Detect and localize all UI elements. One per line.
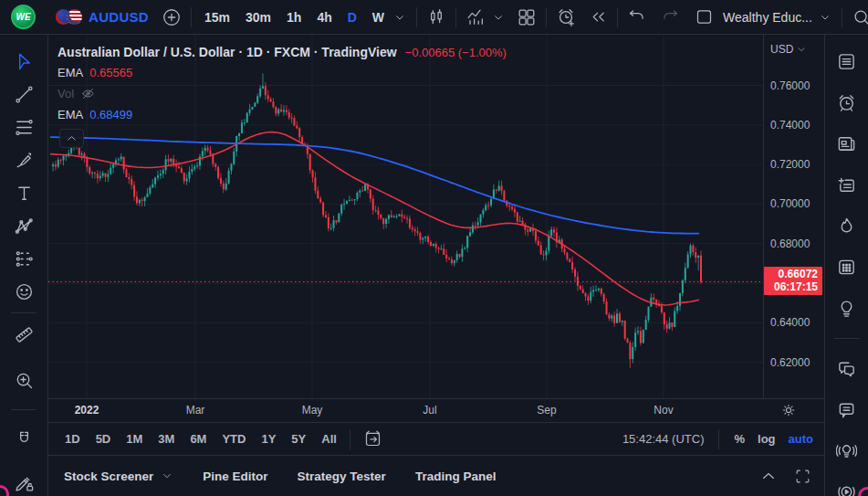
stream-play-icon xyxy=(836,481,857,496)
magnet-mode-button[interactable] xyxy=(7,422,40,455)
utc-clock[interactable]: 15:42:44 (UTC) xyxy=(622,432,705,446)
live-streams-button[interactable] xyxy=(827,471,867,496)
interval-menu-button[interactable] xyxy=(392,10,407,25)
range-all[interactable]: All xyxy=(321,432,337,446)
layout-name[interactable]: Wealthy Educ... xyxy=(723,10,812,25)
range-6m[interactable]: 6M xyxy=(190,432,206,446)
percent-scale-button[interactable]: % xyxy=(734,432,745,446)
create-alert-button[interactable] xyxy=(556,7,576,27)
emoji-tool-button[interactable] xyxy=(7,275,40,308)
fullscreen-button[interactable] xyxy=(794,468,811,485)
calendar-button[interactable] xyxy=(827,247,867,288)
calendar-goto-icon xyxy=(363,429,382,449)
range-3m[interactable]: 3M xyxy=(158,432,174,446)
calendar-dots-icon xyxy=(836,257,857,278)
range-ytd[interactable]: YTD xyxy=(222,432,246,446)
range-1y[interactable]: 1Y xyxy=(261,432,276,446)
interval-4h[interactable]: 4h xyxy=(317,10,331,25)
tab-label: Strategy Tester xyxy=(298,470,386,483)
brand-logo[interactable]: WE xyxy=(11,5,36,29)
interval-w[interactable]: W xyxy=(372,10,384,25)
layout-templates-button[interactable] xyxy=(517,7,537,27)
chevron-down-icon xyxy=(818,10,832,25)
range-5y[interactable]: 5Y xyxy=(291,432,306,446)
zoom-in-icon xyxy=(14,370,35,391)
brush-tool-button[interactable] xyxy=(7,143,40,176)
chart-pane[interactable]: Australian Dollar / U.S. Dollar · 1D · F… xyxy=(48,35,763,398)
ideas-button[interactable] xyxy=(827,288,867,329)
redo-button[interactable] xyxy=(661,7,680,26)
auto-scale-button[interactable]: auto xyxy=(789,432,813,446)
time-axis[interactable]: 2022MarMayJulSepNov xyxy=(48,398,824,422)
layout-menu-button[interactable] xyxy=(818,10,832,25)
time-label: May xyxy=(302,404,323,417)
text-notes-button[interactable] xyxy=(827,164,867,206)
streams-ideas-button[interactable] xyxy=(827,430,867,471)
measure-tool-button[interactable] xyxy=(7,318,40,351)
ema-fast-row[interactable]: EMA 0.65565 xyxy=(58,62,507,83)
fib-lines-icon xyxy=(14,117,35,138)
last-price: 0.66072 xyxy=(768,268,818,280)
layout-select-button[interactable] xyxy=(695,7,714,26)
trend-line-icon xyxy=(14,84,35,105)
time-label: 2022 xyxy=(75,404,99,417)
interval-30m[interactable]: 30m xyxy=(246,10,271,25)
chevron-down-icon xyxy=(161,470,173,482)
watchlist-button[interactable] xyxy=(827,41,867,82)
compare-add-symbol-button[interactable] xyxy=(162,7,182,27)
interval-1h[interactable]: 1h xyxy=(287,10,301,25)
symbol-description: Australian Dollar / U.S. Dollar · 1D · F… xyxy=(58,45,397,59)
message-icon xyxy=(836,399,857,420)
pane-collapse-button[interactable] xyxy=(59,129,84,148)
time-label: Nov xyxy=(654,404,673,417)
range-1m[interactable]: 1M xyxy=(126,432,142,446)
symbol-flags-icon xyxy=(56,9,82,25)
pattern-tool-button[interactable] xyxy=(7,209,40,242)
text-tool-button[interactable] xyxy=(7,176,40,209)
volume-row[interactable]: Vol xyxy=(58,83,507,104)
bar-replay-button[interactable] xyxy=(589,7,608,26)
gear-icon[interactable] xyxy=(780,402,797,418)
zoom-in-tool-button[interactable] xyxy=(7,364,40,396)
hotlists-button[interactable] xyxy=(827,206,867,247)
public-chat-button[interactable] xyxy=(827,348,867,389)
private-chat-button[interactable] xyxy=(827,389,867,430)
eye-hidden-icon[interactable] xyxy=(80,86,96,101)
plus-circle-icon xyxy=(162,7,182,27)
magnet-icon xyxy=(14,428,35,449)
indicators-icon xyxy=(465,7,486,27)
undo-button[interactable] xyxy=(627,7,646,26)
fib-retracement-tool-button[interactable] xyxy=(7,111,40,143)
range-1d[interactable]: 1D xyxy=(65,432,80,446)
forecast-tool-button[interactable] xyxy=(7,242,40,275)
range-5d[interactable]: 5D xyxy=(96,432,111,446)
chart-style-button[interactable] xyxy=(426,7,446,27)
price-axis[interactable]: USD 0.760000.740000.720000.700000.680000… xyxy=(763,35,824,398)
expand-panel-button[interactable] xyxy=(759,467,778,485)
indicators-button[interactable] xyxy=(465,7,486,27)
indicators-menu-button[interactable] xyxy=(491,10,506,25)
interval-d[interactable]: D xyxy=(348,10,357,25)
search-icon xyxy=(852,7,868,27)
interval-15m[interactable]: 15m xyxy=(204,10,230,25)
drawing-mode-button[interactable] xyxy=(7,466,40,496)
search-button[interactable] xyxy=(852,7,868,27)
price-tick: 0.70000 xyxy=(770,196,810,211)
cursor-tool-button[interactable] xyxy=(7,45,40,78)
axis-currency[interactable]: USD xyxy=(770,43,807,56)
price-tick: 0.74000 xyxy=(770,118,810,132)
tab-trading-panel[interactable]: Trading Panel xyxy=(415,470,497,483)
news-button[interactable] xyxy=(827,123,867,164)
log-scale-button[interactable]: log xyxy=(758,432,776,446)
tab-label: Trading Panel xyxy=(415,470,497,483)
symbol-button[interactable]: AUDUSD xyxy=(89,9,149,25)
legend-title-row[interactable]: Australian Dollar / U.S. Dollar · 1D · F… xyxy=(58,42,507,62)
ema-slow-value: 0.68499 xyxy=(89,108,132,121)
tab-stock-screener[interactable]: Stock Screener xyxy=(64,470,173,483)
goto-date-button[interactable] xyxy=(363,429,382,449)
ema-slow-row[interactable]: EMA 0.68499 xyxy=(58,104,507,125)
alerts-button[interactable] xyxy=(827,82,867,123)
tab-pine-editor[interactable]: Pine Editor xyxy=(203,470,267,483)
trend-line-tool-button[interactable] xyxy=(7,78,40,111)
tab-strategy-tester[interactable]: Strategy Tester xyxy=(298,470,386,483)
